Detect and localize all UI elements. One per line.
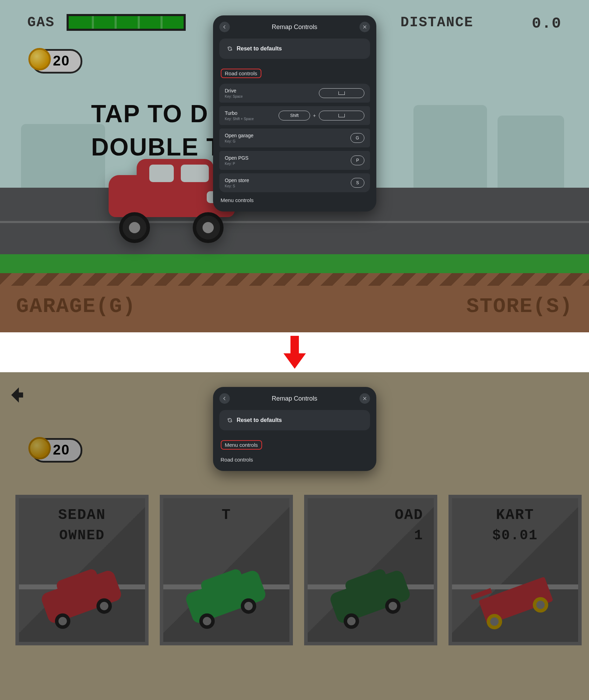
control-sub: Key: G: [225, 139, 254, 143]
keycap-p[interactable]: P: [351, 155, 364, 165]
road-rows: DriveKey: SpaceTurboKey: Shift + SpaceSh…: [219, 84, 370, 192]
back-button[interactable]: [219, 22, 230, 32]
transition-gap: [0, 332, 589, 372]
reset-label: Reset to defaults: [237, 417, 282, 423]
keycaps: P: [351, 155, 364, 165]
group-road-controls: Road controls: [221, 457, 369, 463]
close-button[interactable]: [359, 22, 370, 32]
keycap-space[interactable]: [319, 88, 364, 98]
scene-store: STORE 20 SEDAN OWNED T OAD 1 KART $0.01 …: [0, 372, 589, 700]
plus-separator: +: [313, 113, 316, 118]
close-button[interactable]: [359, 393, 370, 404]
control-name: Turbo: [225, 110, 254, 116]
reset-icon: [227, 46, 233, 51]
control-sub: Key: Shift + Space: [225, 117, 254, 121]
control-row[interactable]: Open PGSKey: PP: [219, 151, 370, 170]
control-row[interactable]: Open storeKey: SS: [219, 173, 370, 192]
remap-panel: Remap Controls Reset to defaults Road co…: [213, 15, 376, 212]
back-button[interactable]: [219, 393, 230, 404]
control-name: Drive: [225, 88, 243, 93]
group-menu-controls: Menu controls: [221, 197, 369, 203]
scene-road: GAS DISTANCE 0.0 20 TAP TO D DOUBLE TAP …: [0, 0, 589, 332]
keycaps: G: [350, 133, 364, 143]
keycap-g[interactable]: G: [350, 133, 364, 143]
arrow-down-icon: [285, 336, 304, 369]
panel-title: Remap Controls: [272, 395, 317, 402]
keycap-space[interactable]: [319, 111, 364, 120]
control-sub: Key: P: [225, 162, 249, 166]
reset-defaults-button[interactable]: Reset to defaults: [219, 410, 370, 430]
control-sub: Key: Space: [225, 95, 243, 98]
group-menu-controls: Menu controls: [221, 440, 262, 450]
group-road-controls: Road controls: [221, 69, 262, 78]
keycaps: [319, 88, 364, 98]
keycap-shift[interactable]: Shift: [279, 111, 310, 120]
keycap-s[interactable]: S: [351, 178, 364, 188]
panel-header: Remap Controls: [213, 387, 376, 410]
control-name: Open garage: [225, 133, 254, 138]
remap-panel: Remap Controls Reset to defaults Menu co…: [213, 387, 376, 471]
control-row[interactable]: TurboKey: Shift + SpaceShift+: [219, 106, 370, 125]
panel-header: Remap Controls: [213, 15, 376, 39]
control-sub: Key: S: [225, 184, 249, 188]
reset-defaults-button[interactable]: Reset to defaults: [219, 39, 370, 59]
reset-label: Reset to defaults: [237, 46, 282, 52]
control-name: Open PGS: [225, 155, 249, 161]
reset-icon: [227, 417, 233, 423]
control-row[interactable]: DriveKey: Space: [219, 84, 370, 103]
keycaps: S: [351, 178, 364, 188]
control-row[interactable]: Open garageKey: GG: [219, 129, 370, 147]
panel-title: Remap Controls: [272, 23, 317, 31]
keycaps: Shift+: [279, 111, 364, 120]
control-name: Open store: [225, 178, 249, 183]
